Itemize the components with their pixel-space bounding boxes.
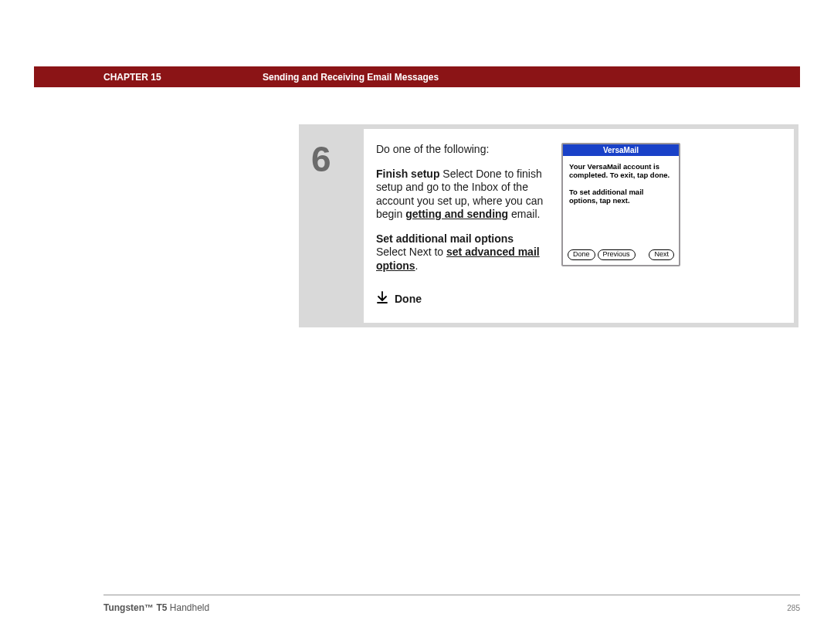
device-titlebar: VersaMail (563, 144, 679, 156)
product-name-rest: Handheld (167, 602, 209, 613)
device-msg-completed: Your VersaMail account is completed. To … (569, 162, 673, 180)
next-button[interactable]: Next (649, 249, 674, 260)
step-number-column: 6 (303, 129, 364, 323)
finish-setup-text2: email. (508, 208, 540, 220)
versamail-screenshot: VersaMail Your VersaMail account is comp… (561, 143, 685, 307)
step-number: 6 (311, 138, 364, 180)
footer-product: Tungsten™ T5 Handheld (103, 602, 209, 613)
done-button[interactable]: Done (568, 249, 595, 260)
step-intro: Do one of the following: (376, 143, 546, 157)
finish-setup-label: Finish setup (376, 168, 439, 180)
chapter-header: CHAPTER 15 Sending and Receiving Email M… (34, 66, 800, 87)
device-frame: VersaMail Your VersaMail account is comp… (561, 143, 680, 266)
additional-options-label: Set additional mail options (376, 232, 514, 245)
finish-setup-paragraph: Finish setup Select Done to finish setup… (376, 168, 546, 222)
additional-options-text1: Select Next to (376, 246, 446, 258)
additional-options-text2: . (415, 259, 419, 272)
device-button-row: Done Previous Next (563, 247, 679, 265)
getting-sending-link[interactable]: getting and sending (405, 208, 508, 220)
device-msg-additional: To set additional mail options, tap next… (569, 188, 673, 205)
step-panel: 6 Do one of the following: Finish setup … (299, 124, 798, 327)
device-body: Your VersaMail account is completed. To … (563, 156, 679, 247)
page-title: Sending and Receiving Email Messages (263, 72, 439, 83)
product-name-bold: Tungsten™ T5 (103, 602, 167, 613)
footer: Tungsten™ T5 Handheld 285 (103, 602, 800, 613)
step-inner: 6 Do one of the following: Finish setup … (303, 129, 794, 323)
done-label: Done (395, 293, 422, 307)
step-body: Do one of the following: Finish setup Se… (364, 129, 794, 323)
previous-button[interactable]: Previous (598, 249, 636, 260)
page-number: 285 (787, 604, 800, 612)
step-instructions: Do one of the following: Finish setup Se… (376, 143, 546, 307)
additional-options-paragraph: Set additional mail options Select Next … (376, 232, 546, 273)
footer-rule (103, 595, 800, 595)
down-arrow-icon (376, 291, 388, 307)
chapter-number: CHAPTER 15 (34, 72, 263, 83)
done-indicator: Done (376, 291, 546, 307)
